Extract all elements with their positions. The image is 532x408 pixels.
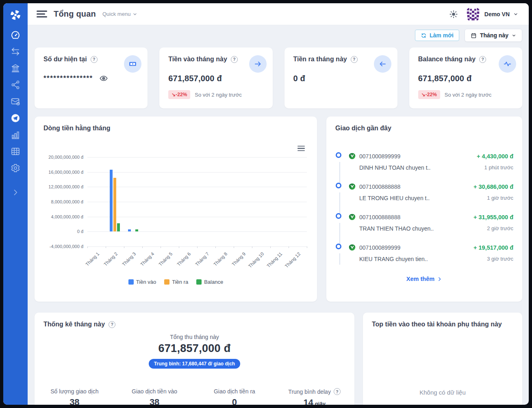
sidebar-item-table[interactable] (11, 147, 20, 156)
help-icon[interactable]: ? (351, 56, 358, 63)
user-name: Demo VN (484, 11, 510, 17)
bank-logo-icon (348, 213, 356, 221)
transaction-desc: LE TRONG HIEU chuyen t.. (359, 195, 430, 201)
x-axis-tick (270, 246, 271, 248)
y-axis-label: 16,000,000,000 đ (38, 170, 83, 175)
x-axis-tick (307, 246, 307, 248)
bar-chart-icon (11, 130, 20, 140)
transaction-time: 2 giờ trước (487, 225, 513, 232)
transaction-desc: KIEU TRANG chuyen tien.. (359, 256, 428, 262)
stat-column-value: 38 (115, 397, 195, 405)
timeline-ring (336, 152, 341, 158)
user-menu[interactable]: Demo VN (465, 6, 518, 22)
pulse-icon (503, 60, 512, 68)
refresh-label: Làm mới (430, 32, 454, 39)
telegram-icon (11, 113, 20, 123)
sidebar-item-dashboard[interactable] (11, 30, 20, 40)
cashflow-chart-card: Dòng tiền hằng tháng 20,000,000,000 đ16,… (35, 117, 317, 302)
chart-gridline (87, 157, 307, 158)
y-axis-label: 8,000,000,000 đ (38, 199, 83, 204)
timeline-connector (339, 223, 340, 245)
sidebar-item-mail[interactable] (11, 97, 20, 106)
month-statistics-card: Thống kê tháng này ? Tổng thu tháng này … (35, 313, 354, 405)
legend-label: Balance (204, 279, 223, 285)
transaction-item[interactable]: 0071000899999+ 4,430,000 đDINH NHU TOAN … (335, 152, 513, 183)
chart-menu-icon[interactable] (297, 146, 305, 151)
arrow-right-icon (254, 60, 262, 68)
transaction-body: 0071000899999+ 4,430,000 đDINH NHU TOAN … (348, 152, 513, 171)
legend-swatch (164, 279, 169, 285)
app-window: Tổng quan Quick menu (3, 3, 529, 405)
transaction-account: 0071000888888 (359, 214, 400, 220)
help-icon[interactable]: ? (91, 56, 98, 63)
transaction-item[interactable]: 0071000899999+ 19,517,000 đKIEU TRANG ch… (335, 244, 513, 274)
help-icon[interactable]: ? (334, 388, 341, 395)
refresh-button[interactable]: Làm mới (415, 30, 459, 41)
transaction-row-1: 0071000899999+ 19,517,000 đ (348, 244, 513, 251)
y-axis-label: 4,000,000,000 đ (38, 214, 83, 219)
chevron-right-icon (11, 188, 20, 196)
chart-gridline (87, 202, 307, 202)
period-dropdown[interactable]: Tháng này (465, 29, 522, 42)
transaction-account: 0071000888888 (359, 183, 400, 190)
reveal-balance-button[interactable] (99, 74, 108, 83)
avatar-identicon (465, 6, 481, 22)
timeline-ring (336, 244, 341, 249)
transaction-item[interactable]: 0071000888888+ 31,955,000 đTRAN THIEN TH… (335, 213, 513, 244)
stat-cards-row: Số dư hiện tại ? *************** (35, 47, 522, 108)
period-label: Tháng này (480, 32, 508, 39)
stat-column-label: Số lượng giao dịch (50, 388, 98, 395)
transaction-row-2: TRAN THIEN THAO chuyen..2 giờ trước (348, 225, 513, 232)
y-axis-label: 20,000,000,000 đ (38, 155, 83, 160)
quick-menu-label: Quick menu (102, 11, 130, 17)
pinwheel-logo-icon (9, 8, 22, 22)
stat-column-out: Giao dịch tiền ra 0 (195, 388, 275, 405)
app-logo[interactable] (3, 3, 28, 27)
chart-bar (128, 229, 131, 231)
transaction-amount: + 19,517,000 đ (473, 244, 513, 251)
sidebar-item-settings[interactable] (11, 163, 20, 173)
legend-item: Balance (196, 279, 223, 285)
toolbar-row: Làm mới Tháng này (35, 28, 522, 42)
masked-balance-value: *************** (43, 74, 93, 82)
calendar-icon (471, 32, 477, 39)
middle-row: Dòng tiền hằng tháng 20,000,000,000 đ16,… (35, 117, 522, 302)
help-icon[interactable]: ? (479, 56, 486, 63)
top-money-in-card: Top tiền vào theo tài khoản phụ tháng nà… (363, 313, 522, 405)
x-axis-tick (142, 246, 143, 248)
stat-column-label: Giao dịch tiền vào (132, 388, 177, 395)
stat-card-value: 671,857,000 đ (168, 74, 263, 83)
sidebar-item-reports[interactable] (11, 130, 20, 140)
help-icon[interactable]: ? (109, 321, 115, 328)
transactions-list: 0071000899999+ 4,430,000 đDINH NHU TOAN … (335, 152, 513, 274)
stat-column-count: Số lượng giao dịch 38 (35, 388, 115, 405)
content: Làm mới Tháng này Số dư hiện tại ? (28, 25, 529, 405)
sidebar-item-transfers[interactable] (11, 47, 20, 56)
mail-check-icon (11, 97, 20, 106)
stat-column-label: Giao dịch tiền ra (214, 388, 255, 395)
stat-card-money-in: Tiền vào tháng này ? 671,857,000 đ ↘-22%… (159, 47, 272, 108)
stat-card-value: 0 đ (293, 74, 389, 83)
average-pill: Trung bình: 17,680,447 đ/ giao dịch (149, 359, 240, 369)
transactions-title: Giao dịch gần đây (335, 125, 391, 132)
sidebar-item-bank[interactable] (11, 63, 20, 73)
transaction-item[interactable]: 0071000888888+ 30,686,000 đLE TRONG HIEU… (335, 183, 513, 213)
hamburger-menu-icon[interactable] (37, 11, 47, 17)
bank-logo-icon (348, 152, 356, 160)
transaction-body: 0071000888888+ 30,686,000 đLE TRONG HIEU… (348, 183, 513, 201)
transaction-amount: + 30,686,000 đ (473, 183, 513, 190)
sidebar-item-telegram[interactable] (11, 113, 20, 123)
see-more-link[interactable]: Xem thêm (326, 276, 522, 282)
sidebar-collapse-button[interactable] (11, 188, 20, 196)
sidebar-item-share[interactable] (11, 80, 20, 90)
quick-menu-dropdown[interactable]: Quick menu (102, 11, 137, 17)
legend-label: Tiền ra (172, 279, 188, 285)
theme-toggle-button[interactable] (449, 10, 458, 19)
bank-logo-icon (348, 244, 356, 251)
bank-building-icon (11, 63, 20, 73)
help-icon[interactable]: ? (231, 56, 238, 63)
chart-gridline (87, 187, 307, 187)
bank-logo-icon (348, 183, 356, 190)
stat-column-in: Giao dịch tiền vào 38 (115, 388, 195, 405)
y-axis-label: -4,000,000,000 đ (38, 244, 83, 249)
